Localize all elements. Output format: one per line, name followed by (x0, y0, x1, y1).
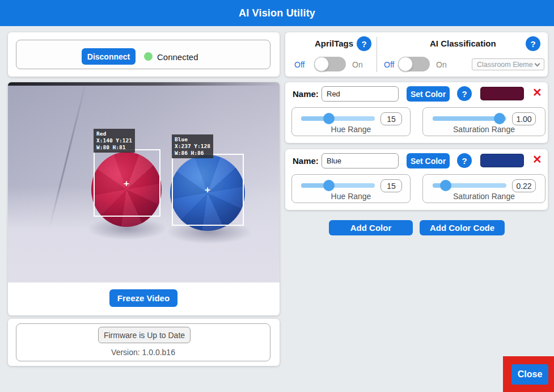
hue-range-caption-blue: Hue Range (292, 192, 410, 201)
sat-value-red: 1.00 (512, 112, 536, 125)
disconnect-button[interactable]: Disconnect (82, 48, 136, 65)
camera-video-feed: + Red X:140 Y:121 W:80 H:81 + Blue X:237… (8, 82, 280, 283)
apriltags-help-icon[interactable]: ? (357, 36, 371, 51)
hue-value-red: 15 (380, 112, 402, 125)
freeze-video-button[interactable]: Freeze Video (109, 289, 177, 307)
page-title: AI Vision Utility (239, 7, 315, 19)
blue-detection-name: Blue (175, 136, 210, 143)
color-row-red: Name: Set Color ? ✕ 15 Hue Range 1.00 Sa… (285, 82, 548, 143)
hue-slider-thumb-blue[interactable] (323, 180, 335, 191)
firmware-card: Firmware is Up to Date Version: 1.0.0.b1… (8, 319, 280, 366)
title-bar: AI Vision Utility (0, 0, 554, 26)
name-label: Name: (293, 89, 319, 99)
add-color-code-button[interactable]: Add Color Code (420, 220, 505, 235)
red-detection-name: Red (96, 130, 132, 137)
apriltags-toggle[interactable] (314, 57, 346, 71)
red-detection-pos: X:140 Y:121 (96, 137, 132, 144)
color-swatch-blue (480, 154, 524, 167)
apriltags-label: AprilTags (315, 39, 353, 48)
add-color-button[interactable]: Add Color (329, 220, 413, 235)
connection-status-icon (144, 52, 153, 61)
set-color-help-icon-red[interactable]: ? (457, 86, 472, 101)
set-color-button-red[interactable]: Set Color (407, 86, 450, 102)
sat-range-caption-red: Saturation Range (423, 125, 545, 134)
blue-crosshair-icon: + (205, 184, 210, 196)
sat-slider-fill-red (433, 116, 500, 121)
ai-classification-toggle[interactable] (398, 57, 430, 71)
ai-classification-help-icon[interactable]: ? (526, 36, 540, 51)
classification-model-value: Classroom Elements (477, 61, 533, 69)
firmware-status-button[interactable]: Firmware is Up to Date (98, 327, 191, 343)
chevron-down-icon (535, 61, 540, 66)
sat-slider-track-red[interactable] (433, 116, 506, 121)
delete-color-icon-blue[interactable]: ✕ (532, 154, 542, 165)
sat-slider-thumb-red[interactable] (494, 113, 505, 124)
red-detection-size: W:80 H:81 (96, 144, 132, 151)
blue-detection-pos: X:237 Y:128 (175, 143, 210, 150)
apriltags-toggle-knob (314, 57, 329, 71)
ai-vision-utility-window: AI Vision Utility Disconnect Connected A… (0, 0, 554, 392)
firmware-version-label: Version: 1.0.0.b16 (16, 348, 270, 357)
sat-range-caption-blue: Saturation Range (423, 192, 545, 201)
hue-slider-thumb-red[interactable] (323, 113, 335, 124)
connection-card: Disconnect Connected (8, 32, 280, 77)
features-divider (377, 37, 377, 72)
apriltags-on-label: On (352, 60, 363, 69)
set-color-help-icon-blue[interactable]: ? (457, 153, 472, 168)
connection-status-label: Connected (157, 52, 198, 62)
ai-classification-toggle-knob (398, 57, 413, 71)
blue-detection-label: Blue X:237 Y:128 W:86 H:86 (172, 134, 213, 158)
apriltags-off-label: Off (294, 60, 305, 69)
sat-value-blue: 0.22 (512, 179, 536, 192)
hue-slider-track-red[interactable] (301, 116, 375, 121)
camera-card: + Red X:140 Y:121 W:80 H:81 + Blue X:237… (8, 82, 280, 315)
sat-slider-track-blue[interactable] (433, 183, 506, 188)
firmware-box: Firmware is Up to Date Version: 1.0.0.b1… (16, 323, 270, 361)
classification-model-dropdown[interactable]: Classroom Elements (472, 58, 544, 70)
close-button[interactable]: Close (511, 364, 548, 385)
sat-slider-thumb-blue[interactable] (440, 180, 451, 191)
color-swatch-red (480, 87, 524, 100)
hue-range-caption-red: Hue Range (292, 125, 410, 134)
delete-color-icon-red[interactable]: ✕ (532, 87, 542, 98)
features-card: AprilTags ? Off On AI Classification ? O… (285, 32, 548, 77)
color-name-input-blue[interactable] (322, 153, 399, 168)
red-crosshair-icon: + (124, 178, 129, 189)
name-label: Name: (293, 156, 319, 166)
hue-range-group-red: 15 Hue Range (291, 107, 411, 136)
set-color-button-blue[interactable]: Set Color (407, 153, 450, 168)
hue-range-group-blue: 15 Hue Range (291, 174, 411, 203)
hue-slider-track-blue[interactable] (301, 183, 375, 188)
ai-classification-off-label: Off (384, 60, 394, 69)
saturation-range-group-red: 1.00 Saturation Range (422, 107, 545, 136)
connection-box: Disconnect Connected (16, 40, 270, 69)
blue-detection-size: W:86 H:86 (175, 150, 210, 157)
saturation-range-group-blue: 0.22 Saturation Range (422, 174, 545, 203)
color-row-blue: Name: Set Color ? ✕ 15 Hue Range 0.22 Sa… (285, 149, 548, 210)
ai-classification-label: AI Classification (430, 39, 496, 48)
color-name-input-red[interactable] (322, 86, 399, 102)
red-detection-label: Red X:140 Y:121 W:80 H:81 (94, 129, 135, 153)
hue-value-blue: 15 (380, 179, 402, 192)
ai-classification-on-label: On (436, 60, 447, 69)
